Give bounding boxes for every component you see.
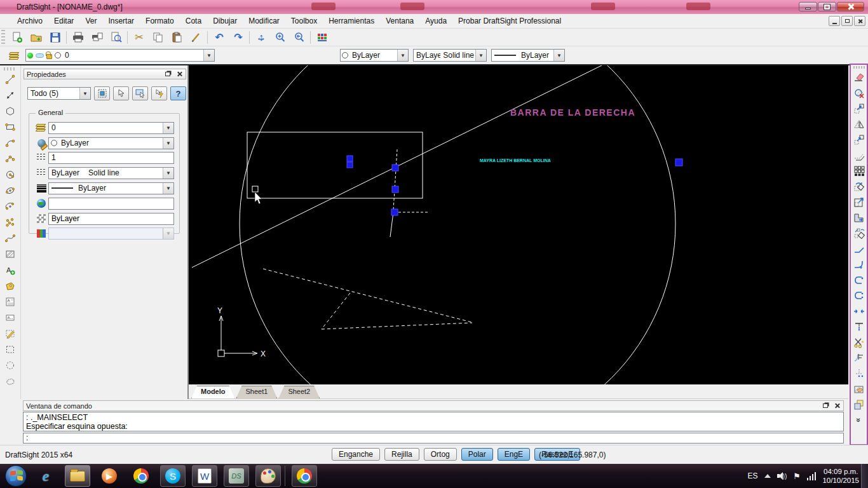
selection-circle-tool[interactable] (2, 358, 18, 373)
layer-combo-arrow[interactable]: ▼ (203, 50, 214, 61)
start-button[interactable] (5, 465, 27, 487)
action-center-flag-icon[interactable]: ⚑ (793, 471, 801, 481)
toggle-polar[interactable]: Polar (461, 448, 493, 461)
more-tools-chevron[interactable]: » (851, 412, 867, 428)
taskbar-clock[interactable]: 04:09 p.m. 10/10/2015 (822, 467, 859, 485)
command-window-titlebar[interactable]: Ventana de comando (23, 400, 844, 411)
grip[interactable] (392, 165, 398, 171)
toolbar-grip[interactable] (853, 66, 865, 69)
hyperlink-field[interactable] (48, 198, 174, 210)
save-button[interactable] (47, 30, 64, 45)
lineweight-combo[interactable]: ByLayer ▼ (48, 182, 174, 194)
menu-toolbox[interactable]: Toolbox (285, 15, 323, 27)
grip[interactable] (391, 209, 398, 215)
redo-button[interactable]: ↷ (230, 30, 247, 45)
menu-dibujar[interactable]: Dibujar (207, 15, 243, 27)
arc-3point-tool[interactable] (2, 151, 18, 166)
command-float-button[interactable] (822, 402, 831, 410)
note-tool[interactable]: A (2, 294, 18, 309)
line-color-combo[interactable]: ByLayer ▼ (340, 49, 409, 62)
trim-tool[interactable] (851, 304, 867, 320)
grip[interactable] (392, 186, 398, 193)
infinite-line-tool[interactable] (2, 88, 18, 103)
ellipse-tool[interactable] (2, 183, 18, 198)
menu-cota[interactable]: Cota (180, 15, 207, 27)
volume-button[interactable]: )) (777, 472, 787, 480)
pan-button[interactable]: ↔ ↕ (253, 30, 269, 45)
select-onscreen-button[interactable] (132, 86, 148, 100)
mdi-restore-button[interactable] (841, 16, 853, 26)
selection-rectangle-tool[interactable] (2, 342, 18, 357)
fillet-tool[interactable] (851, 257, 867, 273)
canvas-text-barra-derecha[interactable]: BARRA DE LA DERECHA (510, 107, 635, 118)
linestyle-combo-arrow[interactable]: ▼ (475, 50, 486, 61)
toggle-enganche[interactable]: Enganche (332, 448, 380, 461)
menu-insertar[interactable]: Insertar (102, 15, 140, 27)
circle-tool[interactable] (2, 167, 18, 182)
print-preview-button[interactable] (108, 30, 125, 45)
entity-line-long[interactable] (192, 65, 608, 268)
command-history[interactable]: : ._MAINSELECT Especificar esquina opues… (23, 412, 844, 431)
tag-tool[interactable] (2, 278, 18, 294)
edit-hatch-tool[interactable] (851, 381, 867, 397)
delete-tool[interactable] (851, 70, 867, 86)
mdi-close-button[interactable] (854, 16, 865, 26)
scale-tool[interactable] (851, 194, 867, 210)
rotate-scale-tool[interactable] (851, 226, 867, 241)
selection-combo-arrow[interactable]: ▼ (79, 88, 90, 99)
properties-header[interactable]: Propiedades (24, 69, 186, 79)
entity-dashed-line-2[interactable] (322, 293, 350, 329)
line-weight-combo[interactable]: ByLayer ▼ (491, 49, 565, 62)
title-bar[interactable]: DraftSight - [NONAME_0.dwg*] (0, 0, 868, 14)
taskbar-media-player[interactable]: ▶ (97, 465, 122, 487)
menu-editar[interactable]: Editar (48, 15, 79, 27)
toolbar-grip[interactable] (4, 67, 17, 71)
tab-modelo[interactable]: Modelo (191, 386, 235, 398)
fillet-arc2-tool[interactable] (851, 288, 867, 304)
entity-line-selected[interactable] (393, 149, 397, 210)
offset-tool[interactable] (851, 148, 867, 164)
arc-tool[interactable] (2, 135, 18, 151)
language-indicator[interactable]: ES (748, 471, 758, 480)
entity-line-tail[interactable] (390, 212, 393, 237)
rectangle-tool[interactable] (2, 119, 18, 135)
taskbar-explorer[interactable] (65, 465, 90, 487)
insert-text-tool[interactable]: A (2, 262, 18, 278)
menu-ayuda[interactable]: Ayuda (419, 15, 452, 27)
open-button[interactable] (28, 30, 44, 45)
canvas-text-name[interactable]: MAYRA LIZETH BERNAL MOLINA (480, 158, 551, 163)
spline-tool[interactable] (2, 231, 18, 246)
taskbar-skype[interactable]: S (160, 465, 186, 487)
taskbar-word[interactable]: W (192, 465, 217, 487)
color-combo-arrow[interactable]: ▼ (397, 50, 408, 61)
taskbar-ie[interactable]: e (33, 465, 58, 487)
linetype-scale-field[interactable]: 1 (48, 152, 174, 164)
close-button[interactable] (837, 2, 864, 11)
hatch-tool[interactable] (2, 247, 18, 262)
zoom-previous-button[interactable] (291, 30, 308, 45)
mirror-tool[interactable] (851, 117, 867, 133)
layers-manager-button[interactable] (6, 48, 23, 64)
toggle-ortog[interactable]: Ortog (424, 448, 457, 461)
split-tool[interactable] (851, 335, 867, 351)
taskbar-chrome-2[interactable] (292, 465, 317, 487)
select-entities-button[interactable] (113, 86, 129, 100)
format-painter-button[interactable] (188, 30, 205, 45)
move-tool[interactable] (851, 101, 867, 117)
quick-select-button[interactable] (151, 86, 167, 100)
line-style-combo[interactable]: ByLayer Solid line ▼ (413, 49, 487, 62)
zoom-dynamic-button[interactable] (272, 30, 288, 45)
tab-sheet1[interactable]: Sheet1 (236, 386, 278, 398)
taskbar-chrome[interactable] (128, 465, 154, 487)
menu-ver[interactable]: Ver (79, 15, 102, 27)
menu-modificar[interactable]: Modificar (243, 15, 285, 27)
cut-button[interactable]: ✂ (131, 30, 147, 45)
paste-button[interactable] (169, 30, 186, 45)
show-hidden-icons[interactable] (764, 474, 771, 478)
menu-herramientas[interactable]: Herramientas (323, 15, 380, 27)
drawing-canvas[interactable]: Y X BARRA DE LA DERECHA MAYRA LIZETH BER… (189, 65, 848, 384)
combo-arrow[interactable]: ▼ (163, 183, 173, 194)
polygon-tool[interactable] (2, 104, 18, 119)
revision-cloud-tool[interactable] (2, 374, 18, 389)
weld-tool[interactable] (851, 350, 867, 366)
